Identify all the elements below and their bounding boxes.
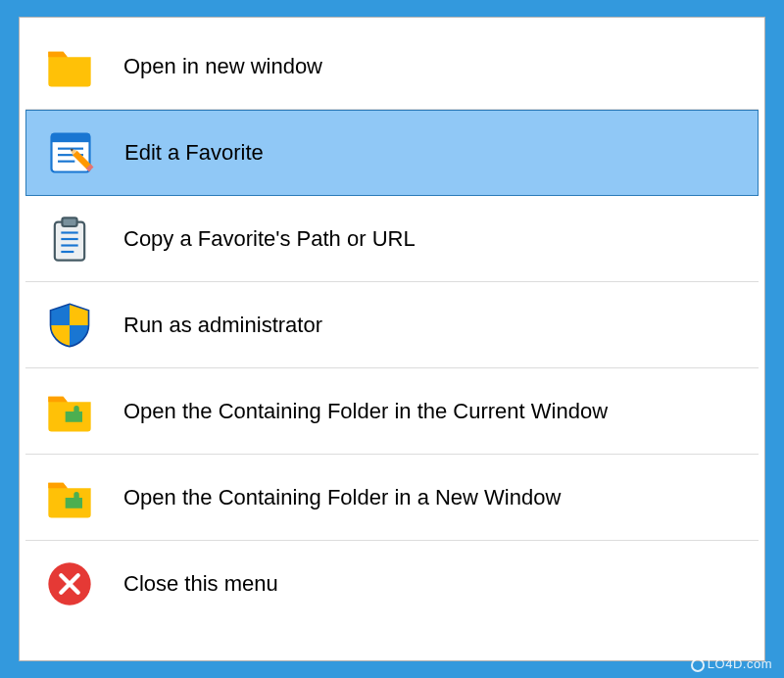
clipboard-icon [33, 214, 106, 265]
menu-item-label: Open the Containing Folder in the Curren… [106, 399, 608, 424]
menu-item-open-new-window[interactable]: Open in new window [25, 24, 759, 110]
menu-item-label: Run as administrator [106, 313, 322, 338]
svg-rect-10 [62, 218, 76, 226]
menu-item-copy-path[interactable]: Copy a Favorite's Path or URL [25, 196, 759, 282]
menu-item-edit-favorite[interactable]: Edit a Favorite [25, 110, 759, 196]
watermark-icon [691, 658, 705, 672]
menu-item-open-containing-current[interactable]: Open the Containing Folder in the Curren… [25, 368, 759, 455]
menu-item-open-containing-new[interactable]: Open the Containing Folder in a New Wind… [25, 455, 759, 541]
menu-item-label: Copy a Favorite's Path or URL [106, 226, 416, 252]
menu-item-label: Close this menu [106, 571, 278, 597]
watermark: LO4D.com [691, 656, 772, 672]
folder-puzzle-icon [33, 472, 106, 523]
close-icon [33, 558, 106, 609]
menu-item-label: Open in new window [106, 54, 322, 79]
menu-item-label: Edit a Favorite [107, 140, 264, 166]
context-menu: Open in new window Edit a Favorite [19, 17, 765, 661]
svg-rect-9 [55, 221, 84, 260]
folder-puzzle-icon [33, 386, 106, 437]
menu-item-label: Open the Containing Folder in a New Wind… [106, 485, 561, 510]
svg-rect-1 [52, 134, 90, 143]
folder-icon [33, 41, 106, 92]
edit-note-icon [34, 127, 107, 178]
menu-item-run-as-admin[interactable]: Run as administrator [25, 282, 759, 368]
shield-icon [33, 300, 106, 351]
menu-item-close-menu[interactable]: Close this menu [25, 541, 759, 627]
